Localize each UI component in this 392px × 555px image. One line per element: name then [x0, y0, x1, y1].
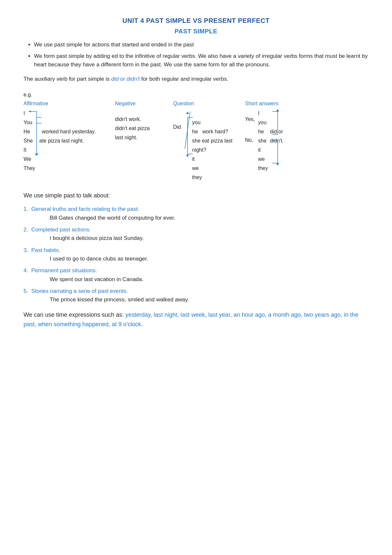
- col-header-affirmative: Affirmative: [24, 100, 115, 108]
- aff-verb-2: ate pizza last night.: [39, 136, 84, 145]
- svg-line-8: [185, 111, 190, 149]
- aff-pronouns: I You He worked hard yesterday. She ate …: [24, 109, 115, 173]
- aff-pronoun-I: I: [24, 109, 36, 118]
- sa-row-she: she: [258, 136, 268, 145]
- usage-example-1: Bill Gates changed the world of computin…: [50, 214, 368, 222]
- aff-row-He: He worked hard yesterday.: [24, 127, 115, 136]
- usage-example-4: We spent our last vacation in Canada.: [50, 275, 368, 284]
- bullets-list: We use past simple for actions that star…: [34, 41, 368, 69]
- usage-header-3: 3. Past habits.: [24, 247, 60, 253]
- usage-example-5: The prince kissed the princess, smiled a…: [50, 295, 368, 304]
- aff-pronoun-We: We: [24, 155, 36, 164]
- neg-row-3: last night.: [115, 133, 173, 142]
- sa-row-I: I: [258, 109, 268, 118]
- aff-pronoun-It: It: [24, 145, 36, 155]
- q-row-they: they: [192, 173, 245, 182]
- aff-pronoun-You: You: [24, 118, 36, 127]
- usage-example-2: I bought a delicious pizza last Sunday.: [50, 234, 368, 243]
- usage-item-2: 2. Completed past actions. I bought a de…: [24, 226, 368, 243]
- aff-pronoun-He: He: [24, 127, 36, 136]
- usage-example-3: I used to go to dance clubs as teenager.: [50, 255, 368, 263]
- q-row-he: he work hard?: [192, 127, 245, 136]
- q-pronouns-block: I you he work hard? she eat pizza last n…: [192, 109, 245, 182]
- grammar-table-area: Affirmative Negative Question Short answ…: [24, 100, 368, 182]
- auxiliary-italic: did or didn't: [111, 76, 139, 82]
- aff-verb-1: worked hard yesterday.: [42, 127, 96, 136]
- sa-row-you: you: [258, 118, 268, 127]
- sa-did-didnt-col: . . did or didn't.: [270, 109, 284, 173]
- time-expressions: We can use time expressions such as: yes…: [24, 310, 368, 329]
- neg-row-2: didn't eat pizza: [115, 124, 173, 133]
- sa-row-it: it: [258, 145, 268, 155]
- aff-row-She: She ate pizza last night.: [24, 136, 115, 145]
- grammar-rows: I You He worked hard yesterday. She ate …: [24, 109, 368, 182]
- sa-yes: Yes,: [245, 109, 257, 124]
- aff-pronoun-She: She: [24, 136, 36, 145]
- sa-didnt: didn't.: [270, 136, 284, 145]
- sa-row-we: we: [258, 155, 268, 164]
- sa-did-or: did or: [270, 127, 284, 136]
- usage-header-2: 2. Completed past actions.: [24, 227, 91, 233]
- sa-row-he: he: [258, 127, 268, 136]
- time-expressions-intro: We can use time expressions such as:: [24, 311, 125, 318]
- question-col: Did I you he work hard? she eat pizza la…: [173, 109, 245, 182]
- aff-row-They: They: [24, 164, 115, 173]
- q-slash-svg: [184, 109, 191, 151]
- q-row-you: you: [192, 118, 245, 127]
- sa-no: No,: [245, 124, 257, 145]
- sa-pronouns-col: I you he she it we they: [258, 109, 268, 173]
- bullet-2: We form past simple by adding ed to the …: [34, 52, 368, 69]
- affirmative-col: I You He worked hard yesterday. She ate …: [24, 109, 115, 173]
- aff-row-It: It: [24, 145, 115, 155]
- q-row-she: she eat pizza last night?: [192, 136, 245, 155]
- usage-header-4: 4. Permanent past situations.: [24, 267, 97, 274]
- usage-item-5: 5. Stories narrating a serie of past eve…: [24, 287, 368, 304]
- sa-row-they: they: [258, 164, 268, 173]
- sa-yes-no-col: Yes, No,: [245, 109, 257, 173]
- auxiliary-text: The auxiliary verb for part simple is di…: [24, 75, 368, 83]
- aff-pronoun-They: They: [24, 164, 36, 173]
- usage-header-5: 5. Stories narrating a serie of past eve…: [24, 288, 128, 294]
- short-answers-col: Yes, No, I you he she it we they: [245, 109, 317, 173]
- usage-list: 1. General truths and facts relating to …: [24, 205, 368, 304]
- bullet-1: We use past simple for actions that star…: [34, 41, 368, 49]
- col-headers: Affirmative Negative Question Short answ…: [24, 100, 368, 108]
- neg-row-1: didn't work.: [115, 115, 173, 124]
- negative-col: didn't work. didn't eat pizza last night…: [115, 109, 173, 142]
- col-header-negative: Negative: [115, 100, 173, 108]
- usage-item-1: 1. General truths and facts relating to …: [24, 205, 368, 222]
- eg-label: e.g.: [24, 91, 368, 99]
- col-header-question: Question: [173, 100, 245, 108]
- usage-item-4: 4. Permanent past situations. We spent o…: [24, 266, 368, 284]
- usage-item-3: 3. Past habits. I used to go to dance cl…: [24, 246, 368, 263]
- q-did: Did: [173, 109, 181, 131]
- main-title: UNIT 4 PAST SIMPLE VS PRESENT PERFECT: [24, 16, 368, 26]
- q-row-we: we: [192, 164, 245, 173]
- q-row-it: it: [192, 155, 245, 164]
- usage-header-1: 1. General truths and facts relating to …: [24, 206, 139, 212]
- col-header-shortanswers: Short answers: [245, 100, 317, 108]
- sub-title: PAST SIMPLE: [24, 26, 368, 36]
- aff-row-We: We: [24, 155, 115, 164]
- aff-row-You: You: [24, 118, 115, 127]
- aff-row-I: I: [24, 109, 115, 118]
- usage-intro: We use simple past to talk about:: [24, 191, 368, 200]
